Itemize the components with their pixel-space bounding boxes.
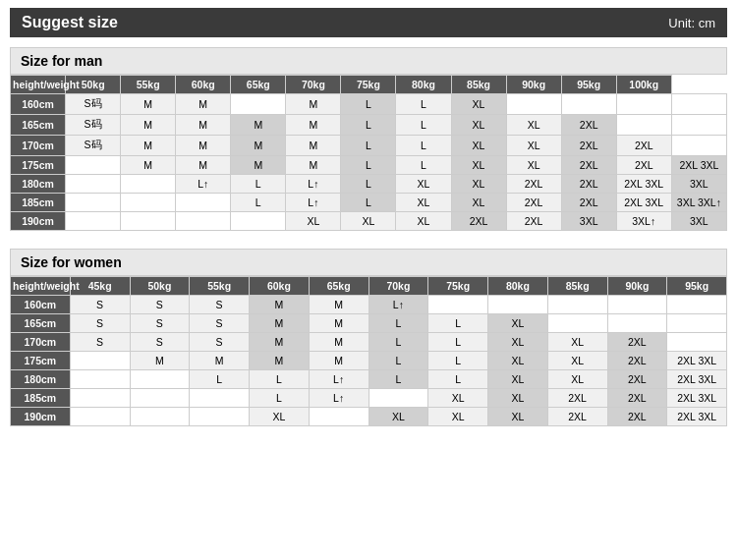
size-cell: L (396, 136, 451, 156)
size-cell: 2XL (607, 389, 667, 408)
size-cell: L (396, 156, 451, 175)
size-cell: L (341, 115, 396, 136)
size-cell: XL (488, 314, 548, 333)
row-height-header: 185cm (11, 194, 66, 212)
size-cell (70, 370, 130, 389)
row-height-header: 170cm (11, 136, 66, 156)
size-cell (671, 115, 726, 136)
row-height-header: 180cm (11, 175, 66, 194)
size-cell: S (130, 314, 190, 333)
size-cell (616, 94, 671, 115)
size-cell: S (70, 296, 130, 314)
size-cell: L (341, 194, 396, 212)
size-cell: L↑ (176, 175, 231, 194)
size-cell (547, 296, 607, 314)
size-cell: 2XL 3XL (667, 370, 727, 389)
size-cell (547, 314, 607, 333)
size-cell: M (121, 94, 176, 115)
women-col-header-row: height/weight 45kg50kg55kg60kg65kg70kg75… (11, 277, 727, 296)
size-cell: XL (488, 370, 548, 389)
size-cell: 3XL↑ (616, 212, 671, 231)
men-section: Size for man height/weight 50kg55kg60kg6… (10, 47, 727, 231)
row-height-header: 175cm (11, 352, 71, 370)
size-cell: S (190, 314, 250, 333)
size-cell: XL (451, 136, 506, 156)
table-row: 165cmS码MMMMLLXLXL2XL (11, 115, 727, 136)
size-cell: 3XL (671, 175, 726, 194)
size-cell (70, 408, 130, 426)
size-cell: 2XL (561, 156, 616, 175)
size-cell: XL (547, 370, 607, 389)
table-row: 165cmSSSMMLLXL (11, 314, 727, 333)
size-cell: M (309, 314, 368, 333)
row-height-header: 175cm (11, 156, 66, 175)
size-cell: L (428, 333, 488, 352)
size-cell: M (231, 156, 286, 175)
col-header: 80kg (488, 277, 548, 296)
size-cell: L↑ (368, 296, 428, 314)
row-height-header: 165cm (11, 115, 66, 136)
size-cell (309, 408, 368, 426)
size-cell: XL (547, 352, 607, 370)
size-cell: L (190, 370, 250, 389)
size-cell: XL (506, 156, 561, 175)
table-row: 180cmL↑LL↑LXLXL2XL2XL2XL 3XL3XL (11, 175, 727, 194)
women-col-label: height/weight (11, 277, 71, 296)
size-cell: XL (488, 408, 548, 426)
size-cell (667, 314, 727, 333)
col-header: 85kg (451, 76, 506, 94)
size-cell: XL (428, 389, 488, 408)
col-header: 65kg (231, 76, 286, 94)
size-cell (176, 212, 231, 231)
size-cell: S (70, 314, 130, 333)
size-cell: L (368, 333, 428, 352)
size-cell (130, 370, 190, 389)
size-cell: M (250, 333, 310, 352)
size-cell (561, 94, 616, 115)
col-header: 100kg (616, 76, 671, 94)
size-cell: M (130, 352, 190, 370)
size-cell (190, 389, 250, 408)
col-header: 90kg (607, 277, 667, 296)
size-cell: 2XL (607, 352, 667, 370)
size-cell: M (286, 136, 341, 156)
col-header: 90kg (506, 76, 561, 94)
row-height-header: 160cm (11, 94, 66, 115)
size-cell (70, 389, 130, 408)
col-header: 55kg (190, 277, 250, 296)
size-cell: M (250, 314, 310, 333)
women-table: height/weight 45kg50kg55kg60kg65kg70kg75… (10, 276, 727, 426)
size-cell (70, 352, 130, 370)
size-cell: XL (451, 115, 506, 136)
size-cell: L (396, 94, 451, 115)
women-section-header: Size for women (10, 249, 727, 276)
size-cell: 2XL 3XL (616, 194, 671, 212)
size-cell (667, 296, 727, 314)
women-section: Size for women height/weight 45kg50kg55k… (10, 249, 727, 426)
size-cell: 2XL 3XL (616, 175, 671, 194)
size-cell: L (231, 194, 286, 212)
size-cell: L (231, 175, 286, 194)
size-cell (121, 194, 176, 212)
size-cell: L (368, 352, 428, 370)
size-cell: M (286, 94, 341, 115)
size-cell (66, 175, 121, 194)
size-cell: XL (396, 212, 451, 231)
size-cell: M (176, 136, 231, 156)
table-row: 185cmLL↑LXLXL2XL2XL2XL 3XL3XL 3XL↑ (11, 194, 727, 212)
size-cell: M (231, 136, 286, 156)
size-cell: 2XL (616, 156, 671, 175)
col-header: 60kg (176, 76, 231, 94)
size-cell: XL (250, 408, 310, 426)
col-header: 95kg (667, 277, 727, 296)
table-row: 160cmSSSMML↑ (11, 296, 727, 314)
table-row: 175cmMMMMLLXLXL2XL2XL 3XL (11, 352, 727, 370)
size-cell: L (368, 370, 428, 389)
size-cell: L (341, 156, 396, 175)
size-cell: M (250, 296, 310, 314)
size-cell: M (250, 352, 310, 370)
size-cell: 2XL (561, 194, 616, 212)
size-cell: L (428, 370, 488, 389)
size-cell (607, 296, 667, 314)
size-cell (66, 212, 121, 231)
